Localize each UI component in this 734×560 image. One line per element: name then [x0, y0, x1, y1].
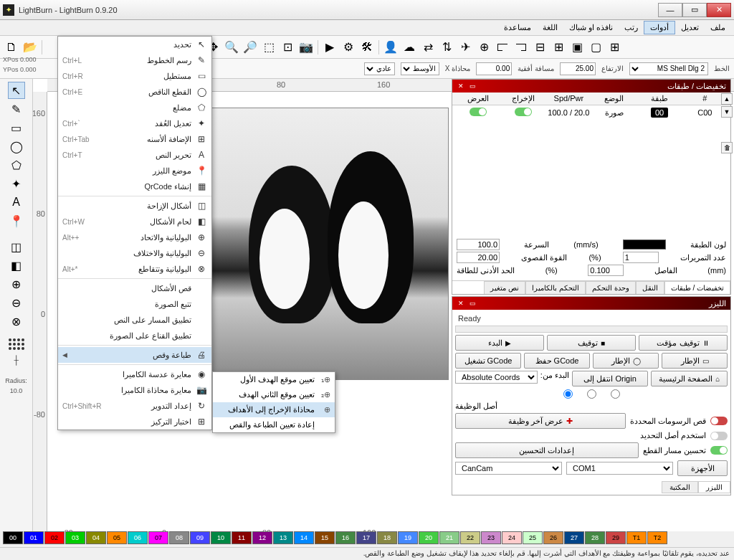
close-button[interactable]: ✕	[707, 3, 731, 17]
panel-close-icon[interactable]: ✕	[457, 299, 465, 308]
menu-item[interactable]: ◯القطع الناقصCtrl+E	[58, 84, 211, 100]
menu-edit[interactable]: تعديل	[675, 22, 705, 34]
color-swatch[interactable]: 13	[273, 531, 293, 544]
origin-tc[interactable]	[587, 389, 596, 399]
menu-item[interactable]: ↻إعداد التدويرCtrl+Shift+R	[58, 398, 211, 414]
color-swatch[interactable]: 07	[148, 531, 168, 544]
panel-undock-icon[interactable]: ▭	[468, 299, 477, 308]
color-swatch[interactable]: 19	[398, 531, 418, 544]
tab-camera[interactable]: التحكم بالكاميرا	[525, 281, 586, 294]
devices-button[interactable]: الأجهزة	[677, 460, 728, 476]
color-swatch[interactable]: 17	[356, 531, 376, 544]
show-last-button[interactable]: ✚ عرض آخر وظيفة	[455, 413, 626, 429]
color-swatch[interactable]: 15	[315, 531, 335, 544]
origin-tr[interactable]	[563, 389, 573, 399]
zoom-out-icon[interactable]: 🔍	[223, 39, 240, 56]
align-v-icon[interactable]: ⫎	[513, 39, 530, 56]
menu-item[interactable]: Aتحرير النصCtrl+T	[58, 147, 211, 163]
cut-selected-toggle[interactable]	[710, 417, 728, 425]
weld-tool-icon[interactable]: ◧	[8, 257, 25, 274]
speed-input[interactable]	[457, 239, 500, 250]
menu-window[interactable]: نافذه او شباك	[563, 22, 619, 34]
cuts-table-row[interactable]: C00 00 صورة 100.0 / 20.0	[452, 105, 730, 120]
stop-button[interactable]: ■ توقيف	[547, 335, 636, 351]
color-swatch[interactable]: 22	[460, 531, 480, 544]
grid-icon[interactable]: ⊞	[606, 39, 623, 56]
flip-h-icon[interactable]: ⇄	[419, 39, 437, 56]
interval-input[interactable]	[588, 265, 624, 276]
color-swatch[interactable]: 25	[523, 531, 543, 544]
zoom-frame-icon[interactable]: ⬚	[260, 39, 277, 56]
line-tool-icon[interactable]: ✎	[8, 100, 25, 118]
bool-intersect-icon[interactable]: ⊗	[8, 313, 25, 330]
menu-item[interactable]: قص الأشكال	[58, 280, 211, 296]
show-toggle[interactable]	[470, 108, 487, 116]
align-h-icon[interactable]: ⫍	[494, 39, 511, 56]
user-icon[interactable]: 👤	[382, 39, 399, 56]
preview-icon[interactable]: ▶	[321, 39, 338, 56]
port-select[interactable]: COM1	[566, 462, 673, 475]
menu-item[interactable]: 📷معايرة محاذاة الكاميرا	[58, 382, 211, 398]
tab-cuts[interactable]: تخفيضات / طبقات	[664, 281, 730, 294]
alignx-select[interactable]: الأوسط	[401, 62, 439, 75]
color-swatch[interactable]: 06	[128, 531, 148, 544]
node-edit-icon[interactable]: ✦	[8, 175, 25, 192]
panel-close-icon[interactable]: ✕	[457, 82, 465, 90]
menu-item[interactable]: ↖تحديد	[58, 37, 211, 52]
new-icon[interactable]: 🗋	[3, 39, 20, 56]
menu-item[interactable]: ⊗البوليانية وتتقاطعAlt+*	[58, 261, 211, 277]
settings-icon[interactable]: ⚙	[340, 39, 357, 56]
color-swatch[interactable]: 28	[585, 531, 605, 544]
menu-language[interactable]: اللغة	[537, 22, 563, 34]
zoom-selection-icon[interactable]: ⊡	[279, 39, 296, 56]
color-swatch[interactable]: 27	[564, 531, 584, 544]
submenu-item[interactable]: إعادة تعيين الطباعة والقص	[213, 417, 335, 432]
bool-union-icon[interactable]: ⊕	[8, 275, 25, 293]
minimize-button[interactable]: —	[658, 3, 682, 17]
color-swatch[interactable]: 16	[335, 531, 356, 544]
color-swatch[interactable]: 23	[481, 531, 501, 544]
text-tool-icon[interactable]: A	[8, 194, 25, 211]
color-swatch[interactable]: 04	[86, 531, 106, 544]
menu-tools[interactable]: أدوات	[644, 21, 675, 34]
height-input[interactable]	[560, 62, 596, 75]
tab-move[interactable]: النقل	[636, 281, 664, 294]
tab-laser[interactable]: الليزر	[698, 481, 730, 493]
color-swatch[interactable]: 05	[107, 531, 127, 544]
color-swatch[interactable]: 14	[294, 531, 314, 544]
color-swatch[interactable]: 29	[606, 531, 626, 544]
menu-item[interactable]: ⊖البوليانية والاختلاف	[58, 245, 211, 261]
menu-item[interactable]: ◫أشكال الإزاحة	[58, 198, 211, 214]
font-select[interactable]: MS Shell Dlg 2	[629, 62, 708, 75]
passes-input[interactable]	[623, 252, 659, 263]
submenu-item[interactable]: ⊕₂تعيين موقع الثاني الهدف	[213, 387, 335, 402]
frame-button[interactable]: ▭ الإطار	[662, 353, 728, 369]
menu-item[interactable]: ⊕البوليانية والاتحادAlt++	[58, 229, 211, 245]
group-icon[interactable]: ▣	[568, 39, 586, 56]
menu-item[interactable]: ⊞اختبار التركيز	[58, 414, 211, 430]
start-button[interactable]: ▶ البدء	[455, 335, 544, 351]
select-tool-icon[interactable]: ↖	[8, 82, 25, 99]
array-dots-icon[interactable]	[9, 338, 24, 350]
position-tool-icon[interactable]: 📍	[8, 212, 25, 229]
opt-settings-button[interactable]: إعدادات التحسين	[455, 442, 639, 458]
layer-color-swatch[interactable]	[623, 239, 666, 250]
hspace-input[interactable]	[476, 62, 512, 75]
home-button[interactable]: ⌂ الصفحة الرئيسية	[651, 371, 728, 386]
menu-item[interactable]: ◧لحام الأشكالCtrl+W	[58, 214, 211, 229]
color-swatch[interactable]: 18	[377, 531, 397, 544]
device-select[interactable]: CanCam	[455, 462, 562, 475]
color-swatch[interactable]: 00	[3, 531, 23, 544]
measure-icon[interactable]: ⟊	[8, 351, 25, 369]
open-icon[interactable]: 📂	[22, 39, 39, 56]
maximize-button[interactable]: ▭	[682, 3, 707, 17]
color-swatch[interactable]: 03	[65, 531, 85, 544]
origin-tl[interactable]	[611, 389, 620, 399]
cloud-icon[interactable]: ☁	[401, 39, 418, 56]
color-swatch[interactable]: T2	[647, 531, 667, 544]
menu-item[interactable]: تطبيق المسار على النص	[58, 312, 211, 328]
target-icon[interactable]: ⊕	[475, 39, 492, 56]
tab-variable[interactable]: نص متغير	[484, 281, 525, 294]
distribute-h-icon[interactable]: ⊟	[531, 39, 548, 56]
menu-item[interactable]: ▭مستطيلCtrl+R	[58, 68, 211, 84]
